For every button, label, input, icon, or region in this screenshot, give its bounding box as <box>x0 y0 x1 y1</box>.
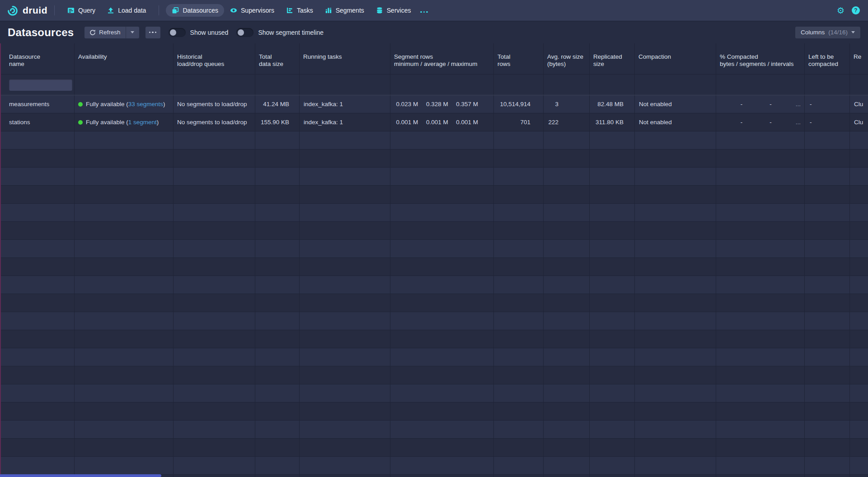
table-row <box>0 204 868 222</box>
show-unused-toggle-group[interactable]: Show unused <box>169 28 229 37</box>
cell-compaction: Not enabled <box>635 113 716 131</box>
show-segment-timeline-label: Show segment timeline <box>258 29 324 36</box>
cell-datasource-name[interactable]: measurements <box>0 95 75 113</box>
column-header-total-data-size[interactable]: Totaldata size <box>255 43 300 74</box>
table-row <box>0 312 868 330</box>
logo-text: druid <box>23 5 47 16</box>
refresh-dropdown-button[interactable] <box>126 27 139 38</box>
nav-item-query[interactable]: Query <box>61 4 101 17</box>
nav-item-segments[interactable]: Segments <box>319 4 370 17</box>
table-row <box>0 222 868 240</box>
segments-icon <box>325 7 332 14</box>
cell-retention: Clu <box>850 113 868 131</box>
status-dot-icon <box>78 102 83 107</box>
columns-label: Columns <box>801 29 825 36</box>
cell-total-data-size: 41.24 MB <box>255 95 300 113</box>
cell-total-data-size: 155.90 KB <box>255 113 300 131</box>
status-dot-icon <box>78 120 83 125</box>
column-header-left-to-be-compacted[interactable]: Left to becompacted <box>805 43 850 74</box>
refresh-button[interactable]: Refresh <box>84 27 125 38</box>
cell-percent-compacted: --... <box>716 95 805 113</box>
cell-segment-rows: 0.023 M0.328 M0.357 M <box>390 95 494 113</box>
cell-running-tasks: index_kafka: 1 <box>300 95 390 113</box>
table-row <box>0 366 868 384</box>
ellipsis-icon <box>420 11 428 13</box>
nav-item-load-data[interactable]: Load data <box>101 4 152 17</box>
cell-retention: Clu <box>850 95 868 113</box>
table-row <box>0 457 868 475</box>
table-header-row: Datasourcename Availability Historicallo… <box>0 43 868 75</box>
table-row <box>0 330 868 348</box>
column-header-retention[interactable]: Re <box>850 43 868 74</box>
cell-running-tasks: index_kafka: 1 <box>300 113 390 131</box>
table-row <box>0 258 868 276</box>
cell-total-rows: 10,514,914 <box>494 95 544 113</box>
segments-link[interactable]: 33 segments <box>128 101 163 108</box>
cell-segment-rows: 0.001 M0.001 M0.001 M <box>390 113 494 131</box>
show-unused-label: Show unused <box>190 29 229 36</box>
refresh-icon <box>89 29 96 36</box>
datasources-toolbar: Datasources Refresh Show unused Show seg… <box>0 21 868 43</box>
column-header-avg-row-size[interactable]: Avg. row size(bytes) <box>544 43 590 74</box>
datasources-table: Datasourcename Availability Historicallo… <box>0 43 868 477</box>
nav-item-datasources[interactable]: Datasources <box>166 4 224 17</box>
column-header-percent-compacted[interactable]: % Compactedbytes / segments / intervals <box>716 43 805 74</box>
nav-item-tasks[interactable]: Tasks <box>280 4 319 17</box>
nav-more-button[interactable] <box>417 4 432 17</box>
cell-left-to-be-compacted: - <box>805 95 850 113</box>
services-icon <box>376 7 383 14</box>
druid-logo[interactable]: druid <box>6 5 47 17</box>
column-header-running-tasks[interactable]: Running tasks <box>300 43 390 74</box>
table-row-measurements[interactable]: measurements Fully available (33 segment… <box>0 95 868 113</box>
cell-left-to-be-compacted: - <box>805 113 850 131</box>
show-segment-timeline-switch[interactable] <box>236 28 253 37</box>
column-header-historical-queues[interactable]: Historicalload/drop queues <box>174 43 255 74</box>
cell-compaction: Not enabled <box>635 95 716 113</box>
nav-label: Load data <box>118 7 146 14</box>
column-header-datasource-name[interactable]: Datasourcename <box>0 43 75 74</box>
cell-load-drop-queues: No segments to load/drop <box>174 113 255 131</box>
nav-item-services[interactable]: Services <box>370 4 417 17</box>
show-unused-switch[interactable] <box>169 28 186 37</box>
help-icon[interactable]: ? <box>852 6 860 14</box>
table-filter-row <box>0 75 868 95</box>
column-header-total-rows[interactable]: Totalrows <box>494 43 544 74</box>
nav-label: Datasources <box>183 7 218 14</box>
cell-availability: Fully available (33 segments) <box>75 95 174 113</box>
table-body: measurements Fully available (33 segment… <box>0 95 868 477</box>
nav-item-supervisors[interactable]: Supervisors <box>224 4 280 17</box>
table-row <box>0 384 868 402</box>
table-row-stations[interactable]: stations Fully available (1 segment) No … <box>0 113 868 131</box>
show-segment-timeline-toggle-group[interactable]: Show segment timeline <box>236 28 324 37</box>
ellipsis-icon <box>149 32 157 33</box>
more-actions-button[interactable] <box>145 27 160 38</box>
tasks-icon <box>286 7 293 14</box>
chevron-down-icon <box>851 31 855 33</box>
gear-icon[interactable]: ⚙ <box>837 6 845 15</box>
cell-datasource-name[interactable]: stations <box>0 113 75 131</box>
query-icon <box>67 7 75 14</box>
cell-replicated-size: 82.48 MB <box>590 95 635 113</box>
column-header-replicated-size[interactable]: Replicatedsize <box>590 43 635 74</box>
druid-logo-icon <box>6 5 19 17</box>
columns-count: (14/16) <box>828 29 848 36</box>
datasource-filter-input[interactable] <box>9 79 72 91</box>
table-row <box>0 276 868 294</box>
table-left-edge <box>0 43 1 477</box>
datasources-icon <box>172 7 179 14</box>
column-header-segment-rows[interactable]: Segment rowsminimum / average / maximum <box>390 43 494 74</box>
column-header-availability[interactable]: Availability <box>75 43 174 74</box>
horizontal-scrollbar-thumb[interactable] <box>0 474 161 477</box>
nav-label: Query <box>78 7 95 14</box>
table-row <box>0 348 868 366</box>
nav-divider <box>159 5 159 15</box>
column-header-compaction[interactable]: Compaction <box>635 43 716 74</box>
table-row <box>0 294 868 312</box>
cell-avg-row-size: 3 <box>544 95 590 113</box>
page-title: Datasources <box>8 26 74 39</box>
segments-link[interactable]: 1 segment <box>128 119 157 126</box>
refresh-label: Refresh <box>99 29 120 36</box>
columns-button[interactable]: Columns (14/16) <box>795 27 860 38</box>
cell-availability: Fully available (1 segment) <box>75 113 174 131</box>
table-row <box>0 402 868 421</box>
